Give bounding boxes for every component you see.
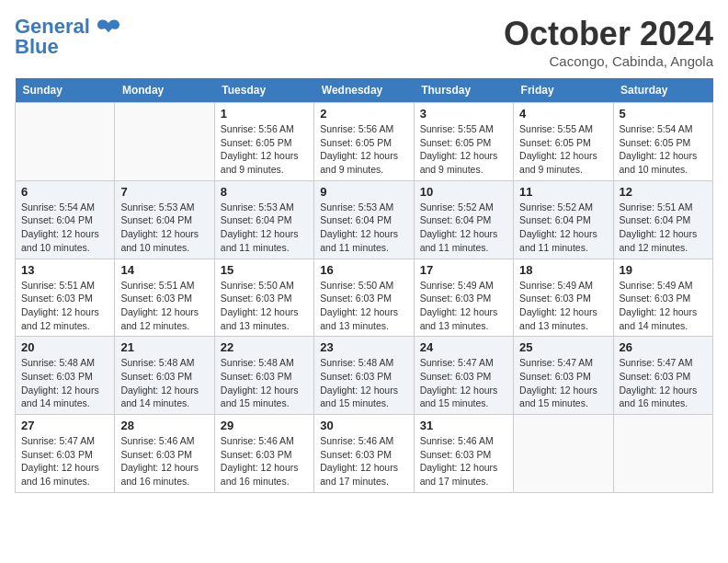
day-number: 1 [221,107,308,121]
day-info: Sunrise: 5:48 AMSunset: 6:03 PMDaylight:… [21,356,108,410]
day-number: 10 [420,185,507,199]
calendar-cell: 16Sunrise: 5:50 AMSunset: 6:03 PMDayligh… [314,259,414,337]
day-number: 25 [519,340,607,354]
calendar-header: Sunday Monday Tuesday Wednesday Thursday… [16,78,713,103]
calendar-cell: 5Sunrise: 5:54 AMSunset: 6:05 PMDaylight… [613,103,712,181]
day-info: Sunrise: 5:46 AMSunset: 6:03 PMDaylight:… [120,434,208,488]
day-info: Sunrise: 5:55 AMSunset: 6:05 PMDaylight:… [420,122,507,177]
calendar-cell: 9Sunrise: 5:53 AMSunset: 6:04 PMDaylight… [314,180,414,259]
day-info: Sunrise: 5:51 AMSunset: 6:04 PMDaylight:… [620,201,707,255]
calendar-cell: 30Sunrise: 5:46 AMSunset: 6:03 PMDayligh… [314,415,414,493]
day-number: 9 [320,185,407,199]
day-number: 6 [21,185,108,199]
day-info: Sunrise: 5:50 AMSunset: 6:03 PMDaylight:… [221,279,308,333]
day-info: Sunrise: 5:54 AMSunset: 6:05 PMDaylight:… [620,122,707,177]
day-number: 19 [620,263,707,277]
calendar-cell: 25Sunrise: 5:47 AMSunset: 6:03 PMDayligh… [514,337,613,415]
day-number: 4 [519,107,607,121]
day-number: 11 [519,185,607,199]
logo: General Blue [15,15,121,59]
day-info: Sunrise: 5:49 AMSunset: 6:03 PMDaylight:… [519,279,607,333]
calendar-cell: 13Sunrise: 5:51 AMSunset: 6:03 PMDayligh… [16,259,115,337]
col-monday: Monday [115,78,214,103]
calendar-cell: 29Sunrise: 5:46 AMSunset: 6:03 PMDayligh… [214,415,313,493]
logo-blue-text: Blue [15,35,59,59]
day-info: Sunrise: 5:56 AMSunset: 6:05 PMDaylight:… [320,122,407,177]
day-number: 29 [221,419,308,432]
logo-bird-icon [96,16,121,36]
day-info: Sunrise: 5:53 AMSunset: 6:04 PMDaylight:… [320,201,407,255]
day-info: Sunrise: 5:47 AMSunset: 6:03 PMDaylight:… [21,434,108,488]
day-info: Sunrise: 5:55 AMSunset: 6:05 PMDaylight:… [519,122,607,177]
day-info: Sunrise: 5:51 AMSunset: 6:03 PMDaylight:… [120,279,208,333]
calendar-cell: 26Sunrise: 5:47 AMSunset: 6:03 PMDayligh… [613,337,712,415]
calendar-table: Sunday Monday Tuesday Wednesday Thursday… [15,78,713,493]
day-info: Sunrise: 5:49 AMSunset: 6:03 PMDaylight:… [620,279,707,333]
calendar-cell: 8Sunrise: 5:53 AMSunset: 6:04 PMDaylight… [214,180,313,259]
calendar-cell [16,103,115,181]
day-number: 17 [420,263,507,277]
day-info: Sunrise: 5:46 AMSunset: 6:03 PMDaylight:… [221,434,308,488]
calendar-week-5: 27Sunrise: 5:47 AMSunset: 6:03 PMDayligh… [16,415,713,493]
day-info: Sunrise: 5:46 AMSunset: 6:03 PMDaylight:… [420,434,507,488]
calendar-cell: 21Sunrise: 5:48 AMSunset: 6:03 PMDayligh… [115,337,214,415]
day-info: Sunrise: 5:52 AMSunset: 6:04 PMDaylight:… [519,201,607,255]
day-number: 7 [120,185,208,199]
day-number: 27 [21,419,108,432]
calendar-cell: 10Sunrise: 5:52 AMSunset: 6:04 PMDayligh… [414,180,513,259]
col-wednesday: Wednesday [314,78,414,103]
day-info: Sunrise: 5:48 AMSunset: 6:03 PMDaylight:… [221,356,308,410]
day-number: 13 [21,263,108,277]
calendar-cell: 3Sunrise: 5:55 AMSunset: 6:05 PMDaylight… [414,103,513,181]
day-info: Sunrise: 5:47 AMSunset: 6:03 PMDaylight:… [620,356,707,410]
col-saturday: Saturday [613,78,712,103]
header-row: Sunday Monday Tuesday Wednesday Thursday… [16,78,713,103]
calendar-cell: 24Sunrise: 5:47 AMSunset: 6:03 PMDayligh… [414,337,513,415]
calendar-cell: 20Sunrise: 5:48 AMSunset: 6:03 PMDayligh… [16,337,115,415]
calendar-cell: 31Sunrise: 5:46 AMSunset: 6:03 PMDayligh… [414,415,513,493]
day-number: 14 [120,263,208,277]
calendar-cell: 23Sunrise: 5:48 AMSunset: 6:03 PMDayligh… [314,337,414,415]
title-block: October 2024 Cacongo, Cabinda, Angola [504,15,713,69]
day-number: 3 [420,107,507,121]
calendar-body: 1Sunrise: 5:56 AMSunset: 6:05 PMDaylight… [16,103,713,493]
day-number: 16 [320,263,407,277]
calendar-cell: 28Sunrise: 5:46 AMSunset: 6:03 PMDayligh… [115,415,214,493]
calendar-cell: 12Sunrise: 5:51 AMSunset: 6:04 PMDayligh… [613,180,712,259]
day-info: Sunrise: 5:56 AMSunset: 6:05 PMDaylight:… [221,122,308,177]
day-number: 31 [420,419,507,432]
calendar-cell: 7Sunrise: 5:53 AMSunset: 6:04 PMDaylight… [115,180,214,259]
calendar-cell: 11Sunrise: 5:52 AMSunset: 6:04 PMDayligh… [514,180,613,259]
location-text: Cacongo, Cabinda, Angola [504,53,713,69]
day-number: 5 [620,107,707,121]
day-info: Sunrise: 5:52 AMSunset: 6:04 PMDaylight:… [420,201,507,255]
day-number: 15 [221,263,308,277]
day-info: Sunrise: 5:54 AMSunset: 6:04 PMDaylight:… [21,201,108,255]
calendar-cell: 19Sunrise: 5:49 AMSunset: 6:03 PMDayligh… [613,259,712,337]
day-number: 26 [620,340,707,354]
calendar-cell [613,415,712,493]
calendar-week-3: 13Sunrise: 5:51 AMSunset: 6:03 PMDayligh… [16,259,713,337]
calendar-cell [115,103,214,181]
calendar-cell [514,415,613,493]
day-info: Sunrise: 5:50 AMSunset: 6:03 PMDaylight:… [320,279,407,333]
day-number: 18 [519,263,607,277]
day-number: 22 [221,340,308,354]
col-sunday: Sunday [16,78,115,103]
col-tuesday: Tuesday [214,78,313,103]
day-info: Sunrise: 5:53 AMSunset: 6:04 PMDaylight:… [221,201,308,255]
day-number: 20 [21,340,108,354]
calendar-cell: 14Sunrise: 5:51 AMSunset: 6:03 PMDayligh… [115,259,214,337]
day-number: 12 [620,185,707,199]
day-info: Sunrise: 5:49 AMSunset: 6:03 PMDaylight:… [420,279,507,333]
calendar-cell: 15Sunrise: 5:50 AMSunset: 6:03 PMDayligh… [214,259,313,337]
day-number: 24 [420,340,507,354]
calendar-cell: 4Sunrise: 5:55 AMSunset: 6:05 PMDaylight… [514,103,613,181]
day-info: Sunrise: 5:48 AMSunset: 6:03 PMDaylight:… [320,356,407,410]
day-number: 8 [221,185,308,199]
day-info: Sunrise: 5:48 AMSunset: 6:03 PMDaylight:… [120,356,208,410]
calendar-cell: 17Sunrise: 5:49 AMSunset: 6:03 PMDayligh… [414,259,513,337]
month-title: October 2024 [504,15,713,53]
day-info: Sunrise: 5:51 AMSunset: 6:03 PMDaylight:… [21,279,108,333]
calendar-cell: 1Sunrise: 5:56 AMSunset: 6:05 PMDaylight… [214,103,313,181]
